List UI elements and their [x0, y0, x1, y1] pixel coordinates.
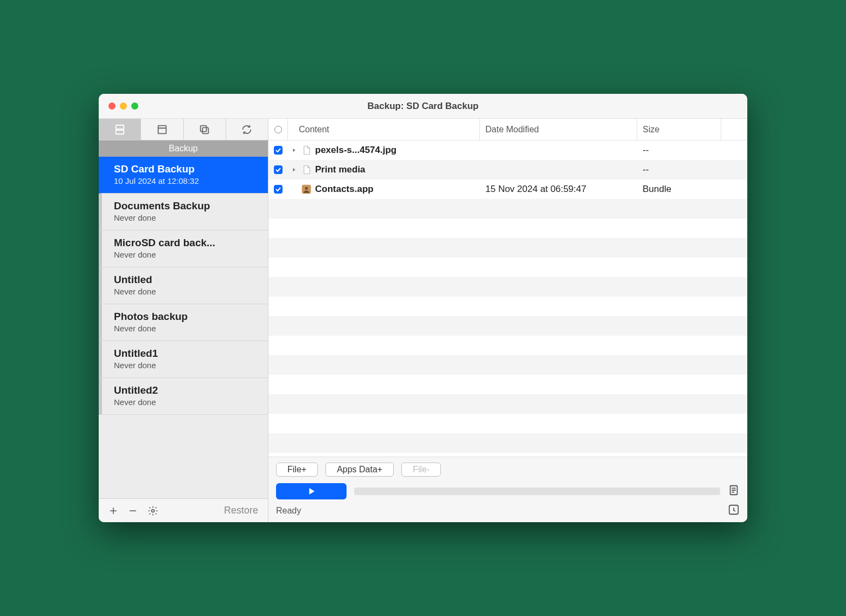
- contacts-app-icon: [301, 184, 312, 195]
- task-title: Photos backup: [114, 311, 256, 323]
- file-icon: [301, 145, 312, 156]
- row-checkbox[interactable]: [274, 146, 283, 155]
- svg-marker-10: [293, 149, 295, 152]
- task-subtitle: Never done: [114, 287, 256, 296]
- size-cell: --: [637, 164, 721, 175]
- task-subtitle: Never done: [114, 361, 256, 370]
- file-name: Print media: [315, 164, 366, 175]
- task-list: SD Card Backup10 Jul 2024 at 12:08:32Doc…: [99, 157, 268, 498]
- svg-rect-2: [158, 125, 166, 133]
- sidebar-footer: Restore: [99, 498, 268, 522]
- task-subtitle: Never done: [114, 213, 256, 222]
- run-backup-button[interactable]: [276, 483, 347, 499]
- svg-marker-14: [309, 488, 315, 495]
- task-subtitle: Never done: [114, 397, 256, 407]
- sidebar-toolbar: [99, 119, 268, 140]
- row-checkbox[interactable]: [274, 165, 283, 174]
- table-body: pexels-s...4574.jpg--Print media--Contac…: [268, 140, 747, 457]
- target-icon: [274, 126, 282, 133]
- task-title: Untitled2: [114, 384, 256, 396]
- minimize-window-button[interactable]: [120, 102, 127, 110]
- window-title: Backup: SD Card Backup: [368, 101, 479, 112]
- column-date-modified[interactable]: Date Modified: [480, 119, 637, 140]
- svg-rect-5: [202, 127, 208, 133]
- view-archive-button[interactable]: [141, 119, 183, 140]
- file-icon: [301, 164, 312, 175]
- add-apps-data-button[interactable]: Apps Data+: [325, 463, 394, 477]
- remove-file-button[interactable]: File-: [401, 463, 441, 477]
- sidebar-section-backup: Backup: [99, 140, 268, 157]
- svg-rect-4: [201, 125, 207, 131]
- view-sync-button[interactable]: [226, 119, 268, 140]
- file-name: pexels-s...4574.jpg: [315, 145, 396, 156]
- task-title: SD Card Backup: [114, 163, 256, 175]
- task-item[interactable]: Untitled1Never done: [99, 341, 268, 378]
- task-item[interactable]: Photos backupNever done: [99, 304, 268, 341]
- task-title: Untitled: [114, 274, 256, 286]
- restore-button[interactable]: Restore: [224, 505, 258, 516]
- titlebar: Backup: SD Card Backup: [99, 94, 747, 119]
- remove-task-button[interactable]: [128, 506, 138, 516]
- task-item[interactable]: SD Card Backup10 Jul 2024 at 12:08:32: [99, 157, 268, 194]
- task-item[interactable]: Documents BackupNever done: [99, 194, 268, 230]
- chevron-right-icon[interactable]: [290, 147, 298, 153]
- log-button[interactable]: [728, 484, 740, 498]
- task-subtitle: Never done: [114, 324, 256, 333]
- date-modified-cell: 15 Nov 2024 at 06:59:47: [480, 184, 637, 195]
- app-window: Backup: SD Card Backup Backup SD Card Ba…: [99, 94, 747, 522]
- size-cell: Bundle: [637, 184, 721, 195]
- view-tasks-button[interactable]: [99, 119, 141, 140]
- svg-rect-0: [116, 125, 124, 129]
- table-row[interactable]: pexels-s...4574.jpg--: [268, 140, 747, 160]
- sidebar: Backup SD Card Backup10 Jul 2024 at 12:0…: [99, 119, 268, 522]
- task-title: Documents Backup: [114, 200, 256, 212]
- column-check-all[interactable]: [268, 119, 288, 140]
- task-subtitle: Never done: [114, 250, 256, 259]
- main-panel: Content Date Modified Size pexels-s...45…: [268, 119, 747, 522]
- add-task-button[interactable]: [108, 506, 118, 516]
- chevron-right-icon[interactable]: [290, 167, 298, 172]
- close-window-button[interactable]: [108, 102, 116, 110]
- settings-button[interactable]: [148, 505, 158, 516]
- table-row[interactable]: Print media--: [268, 160, 747, 179]
- svg-rect-1: [116, 130, 124, 133]
- task-subtitle: 10 Jul 2024 at 12:08:32: [114, 176, 256, 185]
- svg-point-9: [152, 509, 155, 512]
- progress-bar: [354, 487, 720, 495]
- zoom-window-button[interactable]: [131, 102, 138, 110]
- task-item[interactable]: Untitled2Never done: [99, 378, 268, 415]
- add-file-button[interactable]: File+: [276, 463, 318, 477]
- column-content[interactable]: Content: [288, 119, 480, 140]
- svg-marker-11: [293, 168, 295, 172]
- file-name: Contacts.app: [315, 184, 374, 195]
- table-header: Content Date Modified Size: [268, 119, 747, 140]
- status-text: Ready: [276, 506, 301, 516]
- view-compare-button[interactable]: [184, 119, 226, 140]
- task-item[interactable]: UntitledNever done: [99, 267, 268, 304]
- task-title: MicroSD card back...: [114, 237, 256, 249]
- row-checkbox[interactable]: [274, 185, 283, 194]
- column-size[interactable]: Size: [637, 119, 721, 140]
- bottom-bar: File+ Apps Data+ File- Ready: [268, 457, 747, 522]
- traffic-lights: [108, 102, 138, 110]
- task-title: Untitled1: [114, 348, 256, 360]
- size-cell: --: [637, 145, 721, 156]
- svg-point-13: [305, 187, 308, 190]
- task-item[interactable]: MicroSD card back...Never done: [99, 230, 268, 267]
- schedule-button[interactable]: [728, 504, 740, 518]
- table-row[interactable]: Contacts.app15 Nov 2024 at 06:59:47Bundl…: [268, 179, 747, 199]
